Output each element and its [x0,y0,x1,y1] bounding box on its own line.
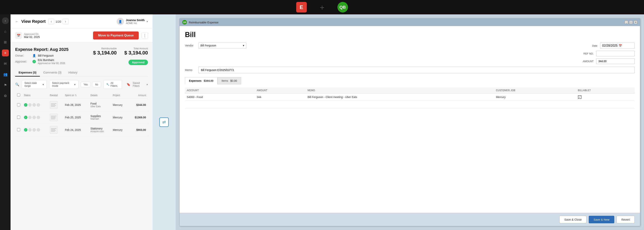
approved-on-section: 📅 Approved On Mar 02, 2025 [15,32,40,39]
status-gray-icon [32,116,36,119]
sidebar-icon-settings[interactable]: ⚙ [2,92,9,99]
table-row: ✓ [15,111,148,124]
reimbursable-label: Reimbursable [101,47,117,50]
row1-project: Mercury [111,99,128,111]
search-icon: 🔍 [15,82,19,86]
qb-memo-label: Memo [185,68,196,72]
top-bar: E ＋ QB [0,0,644,14]
billable-no-btn[interactable]: No [92,82,101,87]
qb-vendor-select[interactable]: Bill Ferguson ▾ [198,42,246,48]
qb-date-label: Date [582,44,598,47]
save-close-button[interactable]: Save & Close [560,216,586,223]
approver-name: Eric Burnham [38,58,65,62]
qb-body: Bill Vendor Bill Ferguson ▾ Date [180,26,640,213]
sidebar-icon-people[interactable]: 👥 [2,71,9,78]
qb-row1-customerjob: Mercury [494,94,576,101]
qb-row1-account: 54000 - Food [185,94,255,101]
panel-title: View Report [21,19,46,24]
qb-date-input[interactable]: 02/28/2025 📅 [600,42,634,49]
save-new-button[interactable]: Save & New [589,216,614,223]
billable-checkbox[interactable]: ✓ [578,95,582,99]
qb-account-header: ACCOUNT [185,88,255,94]
qb-close-button[interactable]: ✕ [634,20,637,24]
back-button[interactable]: ← [15,20,18,24]
qb-maximize-button[interactable]: □ [629,20,633,24]
billable-yes-btn[interactable]: Yes [81,82,90,87]
row2-receipt[interactable] [50,114,58,121]
date-range-filter[interactable]: Select date range ▾ [22,80,47,89]
sidebar-icon-reports[interactable]: ≡ [2,50,9,56]
owner-name: Bill Ferguson [38,54,54,57]
qb-tabs: Expenses $344.00 Items $0.00 [185,77,634,84]
nav-next-button[interactable]: › [63,18,68,24]
saved-filters-btn[interactable]: Saved Filters ▾ [133,82,148,87]
project-header: Project [111,92,128,99]
qb-window-controls: _ □ ✕ [624,20,637,24]
tab-expenses[interactable]: Expenses (3) [15,69,40,76]
row1-status: ✓ [24,103,46,107]
select-all-checkbox[interactable] [17,94,20,96]
tab-comments[interactable]: Comments (3) [40,69,65,76]
connector-arrows: ⇄ [159,118,169,127]
details-header: Details [88,92,111,99]
qb-amount-input[interactable] [596,58,634,64]
qb-row1-memo: Bill Ferguson - Client meeting - Uber Ea… [306,94,494,101]
status-gray-icon [28,103,32,107]
approver-date: Approved on Mar 02, 2025 [38,62,65,65]
status-gray-icon [37,128,40,132]
tab-history[interactable]: History [65,69,81,76]
sidebar-icon-grid[interactable]: ⊞ [2,39,9,46]
user-info[interactable]: 👤 Joanna Smith ACME Inc ▾ [117,18,148,25]
table-row: ✓ [15,99,148,111]
nav-count: 1/20 [56,20,61,23]
panel-header-left: ← View Report ‹ 1/20 › [15,18,68,24]
connector-arrow-box: ⇄ [159,118,169,127]
calendar-icon: 📅 [15,32,22,39]
qb-row1-amount: 344 [255,94,306,101]
panel-header: ← View Report ‹ 1/20 › 👤 Joanna Smith AC… [10,14,152,29]
all-filters-btn[interactable]: 🔧 All Filters [104,80,122,89]
sidebar-icon-flag[interactable]: ⚑ [2,82,9,88]
sidebar-icon-home[interactable]: ⌂ [2,28,9,35]
calendar-icon: 📅 [619,44,622,47]
amounts-section: Reimbursable $ 3,194.00 Total Amount $ 3… [93,47,148,65]
status-check-icon: ✓ [24,116,28,119]
row2-checkbox[interactable] [17,116,20,119]
qb-memo-input[interactable] [198,67,634,73]
approver-label: Approver: [15,60,30,63]
qb-row1-billable: ✓ [576,94,634,101]
qb-window: QB Reimbursable Expense _ □ ✕ Bill Vendo… [179,18,640,226]
status-gray-icon [28,116,32,119]
sidebar-icon-inbox[interactable]: ✉ [2,60,9,67]
qb-amount-header: AMOUNT [255,88,306,94]
row3-receipt[interactable] [50,126,58,134]
quickbooks-logo: QB [338,2,348,12]
nav-controls: ‹ 1/20 › [48,18,68,24]
row3-checkbox[interactable] [17,128,20,131]
nav-prev-button[interactable]: ‹ [48,18,54,24]
qb-tab-items[interactable]: Items $0.00 [218,77,241,84]
qb-tab-expenses[interactable]: Expenses $344.00 [185,77,218,84]
row1-checkbox[interactable] [17,103,20,106]
total-col: Total Amount $ 3,194.00 [124,47,148,56]
tabs-row: Expenses (3) Comments (3) History [15,69,148,76]
status-check-icon: ✓ [24,103,28,107]
sidebar: › ⌂ ⊞ ≡ ✉ 👥 ⚑ ⚙ [0,14,10,230]
sidebar-collapse-btn[interactable]: › [2,17,9,24]
qb-minimize-button[interactable]: _ [624,20,628,24]
filter-icon: 🔧 [106,83,109,86]
owner-person-icon: 👤 [32,54,36,57]
revert-button[interactable]: Revert [616,216,634,223]
qb-memo-header: MEMO [306,88,494,94]
approver-row: Approver: ✓ Eric Burnham Approved on Mar… [15,58,68,65]
quickbooks-panel: QB Reimbursable Expense _ □ ✕ Bill Vendo… [176,14,644,230]
row1-receipt[interactable] [50,101,58,109]
more-options-button[interactable]: ⋮ [142,32,148,39]
move-to-payment-queue-button[interactable]: Move to Payment Queue [93,32,139,40]
row1-details: Food Uber Eats [90,102,109,108]
qb-refno-input[interactable] [596,51,634,56]
row2-project: Mercury [111,111,128,124]
payment-mode-filter[interactable]: Select payment mode ▾ [49,80,78,89]
user-company: ACME Inc [126,22,145,24]
status-gray-icon [28,128,32,132]
